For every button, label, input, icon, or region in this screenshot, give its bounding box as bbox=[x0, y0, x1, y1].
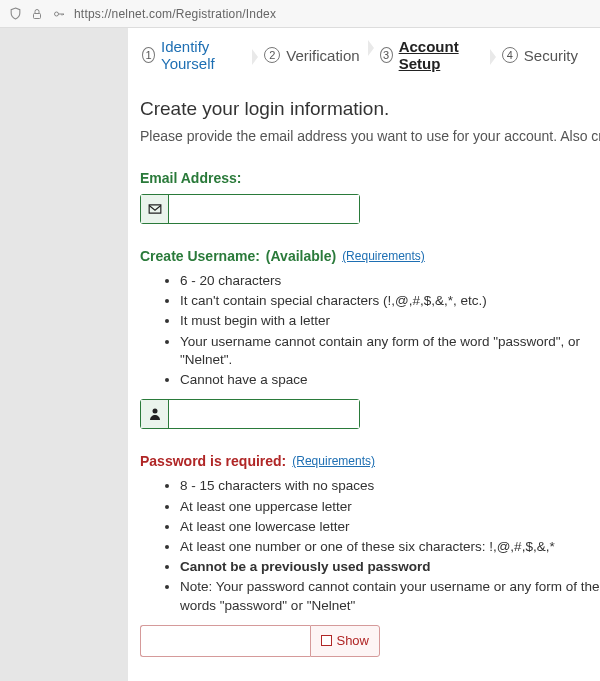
page-container: 1 Identify Yourself 2 Verification 3 Acc… bbox=[128, 28, 600, 681]
password-label-text: Password is required: bbox=[140, 453, 286, 469]
username-status: (Available) bbox=[266, 248, 336, 264]
password-requirements-list: 8 - 15 characters with no spaces At leas… bbox=[140, 477, 600, 615]
requirement-item: 6 - 20 characters bbox=[180, 272, 600, 290]
svg-point-1 bbox=[55, 12, 59, 16]
requirement-item: Your username cannot contain any form of… bbox=[180, 333, 600, 369]
envelope-icon bbox=[141, 195, 169, 223]
username-input-row bbox=[140, 399, 360, 429]
step-number: 2 bbox=[264, 47, 280, 63]
step-number: 4 bbox=[502, 47, 518, 63]
password-requirements-link[interactable]: (Requirements) bbox=[292, 454, 375, 468]
step-label: Verification bbox=[286, 47, 359, 64]
step-account-setup[interactable]: 3 Account Setup bbox=[374, 34, 496, 76]
step-security[interactable]: 4 Security bbox=[496, 43, 592, 68]
key-icon bbox=[52, 7, 66, 21]
stepper: 1 Identify Yourself 2 Verification 3 Acc… bbox=[128, 28, 600, 84]
password-label: Password is required: (Requirements) bbox=[140, 453, 600, 469]
password-show-toggle[interactable]: Show bbox=[310, 625, 380, 657]
requirement-item: 8 - 15 characters with no spaces bbox=[180, 477, 600, 495]
username-requirements-link[interactable]: (Requirements) bbox=[342, 249, 425, 263]
email-input-row bbox=[140, 194, 360, 224]
email-input[interactable] bbox=[169, 195, 359, 223]
password-group: Password is required: (Requirements) 8 -… bbox=[140, 453, 600, 657]
lock-icon bbox=[30, 7, 44, 21]
user-icon bbox=[141, 400, 169, 428]
password-input-row: Show bbox=[140, 625, 380, 657]
requirement-item: It can't contain special characters (!,@… bbox=[180, 292, 600, 310]
shield-icon bbox=[8, 7, 22, 21]
requirement-item: Cannot be a previously used password bbox=[180, 558, 600, 576]
show-label: Show bbox=[336, 633, 369, 648]
requirement-item: At least one uppercase letter bbox=[180, 498, 600, 516]
username-group: Create Username: (Available) (Requiremen… bbox=[140, 248, 600, 429]
requirement-item: It must begin with a letter bbox=[180, 312, 600, 330]
url-text: https://nelnet.com/Registration/Index bbox=[74, 7, 276, 21]
page-subtitle: Please provide the email address you wan… bbox=[140, 128, 600, 144]
password-input[interactable] bbox=[140, 625, 310, 657]
browser-address-bar: https://nelnet.com/Registration/Index bbox=[0, 0, 600, 28]
email-group: Email Address: bbox=[140, 170, 600, 224]
username-input[interactable] bbox=[169, 400, 359, 428]
username-label: Create Username: (Available) (Requiremen… bbox=[140, 248, 600, 264]
page-title: Create your login information. bbox=[140, 98, 600, 120]
step-number: 3 bbox=[380, 47, 393, 63]
username-label-text: Create Username: bbox=[140, 248, 260, 264]
checkbox-icon bbox=[321, 635, 332, 646]
username-requirements-list: 6 - 20 characters It can't contain speci… bbox=[140, 272, 600, 389]
step-number: 1 bbox=[142, 47, 155, 63]
svg-point-2 bbox=[152, 409, 157, 414]
left-gutter bbox=[0, 28, 128, 681]
step-identify[interactable]: 1 Identify Yourself bbox=[136, 34, 258, 76]
requirement-item: At least one number or one of these six … bbox=[180, 538, 600, 556]
svg-rect-0 bbox=[34, 13, 41, 18]
step-label: Identify Yourself bbox=[161, 38, 244, 72]
step-verification[interactable]: 2 Verification bbox=[258, 43, 373, 68]
requirement-item: Note: Your password cannot contain your … bbox=[180, 578, 600, 614]
requirement-item: Cannot have a space bbox=[180, 371, 600, 389]
step-label: Security bbox=[524, 47, 578, 64]
email-label: Email Address: bbox=[140, 170, 600, 186]
requirement-item: At least one lowercase letter bbox=[180, 518, 600, 536]
step-label: Account Setup bbox=[399, 38, 482, 72]
